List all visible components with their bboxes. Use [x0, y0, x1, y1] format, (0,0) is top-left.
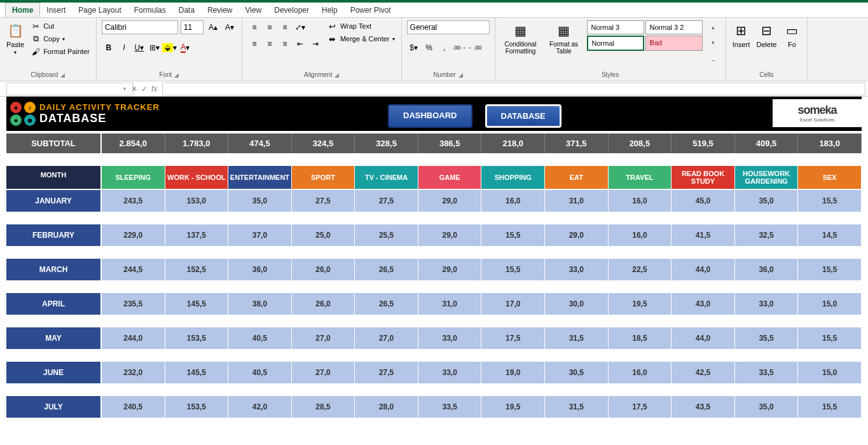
- data-cell[interactable]: 19,5: [481, 395, 545, 418]
- dialog-launcher-icon[interactable]: ◢: [174, 72, 179, 78]
- align-center-button[interactable]: ≡: [263, 37, 277, 51]
- data-cell[interactable]: 43,5: [672, 395, 735, 418]
- fill-color-button[interactable]: ⬙▾: [163, 41, 177, 55]
- data-cell[interactable]: 153,5: [165, 395, 229, 418]
- data-cell[interactable]: 14,5: [798, 223, 862, 246]
- italic-button[interactable]: I: [117, 41, 131, 55]
- fx-icon[interactable]: fx: [151, 85, 157, 93]
- data-cell[interactable]: 37,0: [228, 223, 292, 246]
- data-cell[interactable]: 22,5: [609, 257, 672, 280]
- data-cell[interactable]: 33,5: [418, 395, 482, 418]
- tab-developer[interactable]: Developer: [268, 3, 315, 17]
- data-cell[interactable]: 15,5: [481, 257, 545, 280]
- data-cell[interactable]: 44,0: [672, 257, 735, 280]
- data-cell[interactable]: 145,5: [165, 292, 229, 315]
- data-cell[interactable]: 16,0: [481, 189, 545, 212]
- data-cell[interactable]: 31,5: [545, 326, 609, 349]
- style-normal3[interactable]: Normal 3: [587, 20, 644, 34]
- formula-input[interactable]: [162, 83, 865, 95]
- tab-power-pivot[interactable]: Power Pivot: [344, 3, 397, 17]
- data-cell[interactable]: 36,0: [228, 257, 292, 280]
- month-cell[interactable]: JUNE: [6, 360, 102, 383]
- data-cell[interactable]: 27,5: [355, 189, 418, 212]
- increase-font-button[interactable]: A▴: [206, 20, 220, 34]
- category-header[interactable]: GAME: [418, 166, 482, 189]
- data-cell[interactable]: 240,5: [102, 395, 165, 418]
- conditional-formatting-button[interactable]: ▦ Conditional Formatting: [500, 20, 541, 56]
- tab-formulas[interactable]: Formulas: [128, 3, 172, 17]
- worksheet[interactable]: ● ♪ ● ☻ DAILY ACTIVITY TRACKER DATABASE …: [0, 97, 868, 418]
- subtotal-cell[interactable]: 2.854,0: [102, 134, 165, 153]
- subtotal-cell[interactable]: 474,5: [228, 134, 292, 153]
- data-cell[interactable]: 235,5: [102, 292, 165, 315]
- style-normal[interactable]: Normal: [587, 36, 644, 51]
- data-cell[interactable]: 35,0: [735, 395, 799, 418]
- category-header[interactable]: TV - CINEMA: [355, 166, 418, 189]
- format-cells-button[interactable]: ▭Fo: [782, 20, 802, 50]
- data-cell[interactable]: 31,0: [418, 292, 482, 315]
- accept-formula-icon[interactable]: ✓: [141, 85, 148, 93]
- tab-view[interactable]: View: [238, 3, 268, 17]
- month-cell[interactable]: JANUARY: [6, 189, 102, 212]
- styles-scroll-up[interactable]: ▴: [706, 20, 720, 34]
- database-button[interactable]: DATABASE: [485, 104, 561, 128]
- subtotal-cell[interactable]: 183,0: [798, 134, 862, 153]
- data-cell[interactable]: 16,0: [609, 189, 672, 212]
- month-cell[interactable]: MARCH: [6, 257, 102, 280]
- data-cell[interactable]: 18,5: [609, 326, 672, 349]
- data-cell[interactable]: 153,5: [165, 326, 229, 349]
- data-cell[interactable]: 244,0: [102, 326, 165, 349]
- subtotal-cell[interactable]: 386,5: [418, 134, 482, 153]
- dialog-launcher-icon[interactable]: ◢: [334, 72, 339, 78]
- style-bad[interactable]: Bad: [645, 36, 703, 51]
- insert-cells-button[interactable]: ⊞Insert: [731, 20, 752, 50]
- category-header[interactable]: READ BOOK STUDY: [672, 166, 735, 189]
- data-cell[interactable]: 40,5: [228, 360, 292, 383]
- data-cell[interactable]: 40,5: [228, 326, 292, 349]
- data-cell[interactable]: 27,0: [292, 326, 355, 349]
- tab-page-layout[interactable]: Page Layout: [72, 3, 127, 17]
- font-size-select[interactable]: [181, 20, 203, 34]
- data-cell[interactable]: 43,0: [672, 292, 735, 315]
- data-cell[interactable]: 38,0: [228, 292, 292, 315]
- merge-center-button[interactable]: ⬌Merge & Center▾: [326, 33, 396, 44]
- data-cell[interactable]: 26,0: [292, 292, 355, 315]
- data-cell[interactable]: 15,5: [798, 395, 862, 418]
- name-box[interactable]: [6, 83, 134, 95]
- data-cell[interactable]: 15,0: [798, 360, 862, 383]
- subtotal-cell[interactable]: 208,5: [609, 134, 672, 153]
- category-header[interactable]: SPORT: [292, 166, 355, 189]
- increase-indent-button[interactable]: ⇥: [308, 37, 322, 51]
- data-cell[interactable]: 33,0: [418, 360, 482, 383]
- data-cell[interactable]: 29,0: [418, 189, 482, 212]
- tab-insert[interactable]: Insert: [40, 3, 72, 17]
- subtotal-cell[interactable]: 1.783,0: [165, 134, 229, 153]
- data-cell[interactable]: 42,5: [672, 360, 735, 383]
- dialog-launcher-icon[interactable]: ◢: [458, 72, 463, 78]
- data-cell[interactable]: 27,0: [355, 326, 418, 349]
- data-cell[interactable]: 31,5: [545, 395, 609, 418]
- delete-cells-button[interactable]: ⊟Delete: [755, 20, 778, 50]
- category-header[interactable]: EAT: [545, 166, 609, 189]
- tab-review[interactable]: Review: [201, 3, 238, 17]
- align-middle-button[interactable]: ≡: [263, 20, 277, 34]
- data-cell[interactable]: 229,0: [102, 223, 165, 246]
- format-painter-button[interactable]: 🖌Format Painter: [29, 46, 91, 57]
- category-header[interactable]: HOUSEWORK GARDENING: [735, 166, 799, 189]
- align-right-button[interactable]: ≡: [278, 37, 292, 51]
- data-cell[interactable]: 44,0: [672, 326, 735, 349]
- data-cell[interactable]: 137,5: [165, 223, 229, 246]
- data-cell[interactable]: 35,5: [735, 326, 799, 349]
- data-cell[interactable]: 33,5: [735, 360, 799, 383]
- data-cell[interactable]: 27,5: [355, 360, 418, 383]
- data-cell[interactable]: 29,0: [418, 257, 482, 280]
- percent-button[interactable]: %: [422, 41, 436, 55]
- data-cell[interactable]: 15,5: [798, 257, 862, 280]
- data-cell[interactable]: 35,0: [735, 189, 799, 212]
- data-cell[interactable]: 27,0: [292, 360, 355, 383]
- decrease-indent-button[interactable]: ⇤: [293, 37, 307, 51]
- category-header[interactable]: TRAVEL: [609, 166, 672, 189]
- style-normal32[interactable]: Normal 3 2: [645, 20, 703, 34]
- data-cell[interactable]: 35,0: [228, 189, 292, 212]
- subtotal-cell[interactable]: 371,5: [545, 134, 609, 153]
